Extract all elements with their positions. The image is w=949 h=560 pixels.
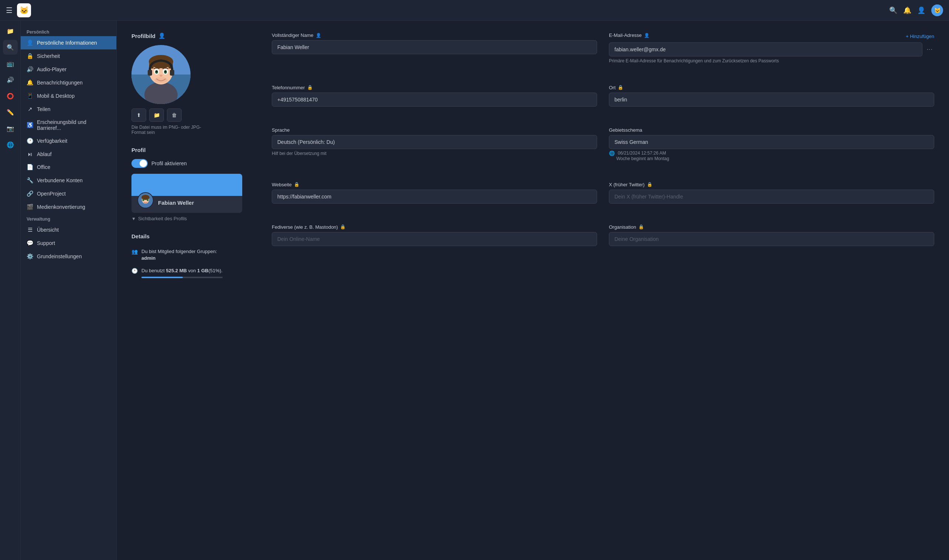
nav-item-grundeinstellungen[interactable]: ⚙️ Grundeinstellungen xyxy=(21,250,116,263)
toggle-row: Profil aktivieren xyxy=(131,159,257,168)
profile-card: Fabian Weller xyxy=(131,174,242,213)
topbar-right: 🔍 🔔 👤 🐱 xyxy=(889,5,943,16)
email-hint: Primäre E-Mail-Adresse für Benachrichtig… xyxy=(609,58,934,64)
language-label: Sprache xyxy=(272,127,597,133)
security-icon: 🔒 xyxy=(26,53,33,59)
twitter-input[interactable] xyxy=(609,189,934,204)
fediverse-input[interactable] xyxy=(272,232,597,246)
storage-bar xyxy=(142,277,223,278)
full-name-input[interactable] xyxy=(272,40,597,54)
profile-toggle[interactable] xyxy=(131,159,148,168)
twitter-field-group: X (früher Twitter) 🔒 xyxy=(609,182,934,204)
full-name-field-group: Vollständiger Name 👤 xyxy=(272,32,597,64)
visibility-row[interactable]: ▼ Sichtbarkeit des Profils xyxy=(131,213,257,224)
topbar-left: ☰ 🐱 xyxy=(6,3,31,17)
nav-item-availability[interactable]: 🕐 Verfügbarkeit xyxy=(21,134,116,148)
locale-label: Gebietsschema xyxy=(609,127,934,133)
sidebar-icon-media[interactable]: 📺 xyxy=(3,56,18,71)
website-lock-icon: 🔒 xyxy=(294,182,299,187)
phone-input[interactable] xyxy=(272,92,597,107)
timezone-row: 🌐 06/21/2024 12:57:26 AM xyxy=(609,151,934,156)
nav-item-security[interactable]: 🔒 Sicherheit xyxy=(21,49,116,63)
nav-item-audio[interactable]: 🔊 Audio-Player xyxy=(21,63,116,76)
sidebar-icon-files[interactable]: 📁 xyxy=(3,24,18,38)
nav-item-overview[interactable]: ☰ Übersicht xyxy=(21,223,116,237)
upload-image-button[interactable]: ⬆ xyxy=(131,108,146,122)
organisation-label: Organisation 🔒 xyxy=(609,224,934,230)
language-select[interactable]: Deutsch (Persönlich: Du) xyxy=(272,135,597,149)
nav-item-ablauf[interactable]: ⏯ Ablauf xyxy=(21,148,116,160)
share-icon: ↗ xyxy=(26,106,33,112)
contacts-icon[interactable]: 👤 xyxy=(917,6,925,14)
nav-item-connected-accounts[interactable]: 🔧 Verbundene Konten xyxy=(21,174,116,187)
locale-select[interactable]: Swiss German xyxy=(609,135,934,149)
nav-sidebar: Persönlich 👤 Persönliche Informationen 🔒… xyxy=(21,21,117,560)
storage-bar-container xyxy=(142,277,223,278)
nav-item-openproject[interactable]: 🔗 OpenProject xyxy=(21,187,116,200)
hamburger-button[interactable]: ☰ xyxy=(6,6,12,15)
nav-item-media-conversion[interactable]: 🎬 Medienkonvertierung xyxy=(21,200,116,214)
language-hint: Hilf bei der Übersetzung mit xyxy=(272,151,597,157)
clock-icon: 🕐 xyxy=(26,138,33,144)
toggle-knob xyxy=(140,160,147,167)
left-panel: Profilbild 👤 xyxy=(131,32,257,281)
location-input[interactable] xyxy=(609,92,934,107)
full-name-label: Vollständiger Name 👤 xyxy=(272,32,597,38)
image-actions: ⬆ 📁 🗑 xyxy=(131,108,257,122)
email-input-row: ··· xyxy=(609,42,934,57)
email-more-button[interactable]: ··· xyxy=(925,45,934,54)
gear-icon: ⚙️ xyxy=(26,253,33,260)
nav-item-mobile-desktop[interactable]: 📱 Mobil & Desktop xyxy=(21,89,116,103)
sidebar-icon-search[interactable]: 🔍 xyxy=(3,40,18,55)
user-avatar[interactable]: 🐱 xyxy=(931,5,943,16)
content-area: Profilbild 👤 xyxy=(117,21,949,560)
bell-icon: 🔔 xyxy=(26,79,33,86)
location-field-group: Ort 🔒 xyxy=(609,85,934,107)
nav-item-notifications[interactable]: 🔔 Benachrichtigungen xyxy=(21,76,116,89)
chat-icon: 💬 xyxy=(26,240,33,246)
video-icon: 🎬 xyxy=(26,204,33,210)
logo[interactable]: 🐱 xyxy=(17,3,31,17)
nav-item-personal-info[interactable]: 👤 Persönliche Informationen xyxy=(21,36,116,49)
profile-card-name: Fabian Weller xyxy=(158,200,194,206)
sidebar-icon-circle[interactable]: ⭕ xyxy=(3,89,18,103)
right-panel: Vollständiger Name 👤 E-Mail-Adresse 👤 xyxy=(272,32,934,281)
image-format-hint: Die Datei muss im PNG- oder JPG-Format s… xyxy=(131,125,213,135)
details-title: Details xyxy=(131,233,257,239)
sidebar-icon-camera[interactable]: 📷 xyxy=(3,121,18,136)
nav-section-personal: Persönlich xyxy=(21,26,116,36)
fediverse-label: Fediverse (wie z. B. Mastodon) 🔒 xyxy=(272,224,597,230)
organisation-lock-icon: 🔒 xyxy=(639,224,644,229)
svg-point-13 xyxy=(159,74,162,77)
organisation-input[interactable] xyxy=(609,232,934,246)
email-input[interactable] xyxy=(609,42,923,57)
nav-item-office[interactable]: 📄 Office xyxy=(21,160,116,174)
search-icon[interactable]: 🔍 xyxy=(889,6,897,14)
sidebar-icon-globe[interactable]: 🌐 xyxy=(3,137,18,152)
wrench-icon: 🔧 xyxy=(26,177,33,184)
phone-label: Telefonnummer 🔒 xyxy=(272,85,597,91)
fediverse-field-group: Fediverse (wie z. B. Mastodon) 🔒 xyxy=(272,224,597,246)
nav-item-appearance[interactable]: ♿ Erscheinungsbild und Barrieref... xyxy=(21,116,116,134)
website-input[interactable] xyxy=(272,189,597,204)
group-name: admin xyxy=(142,255,156,261)
week-start: Woche beginnt am Montag xyxy=(609,156,934,161)
svg-point-12 xyxy=(165,71,167,73)
folder-image-button[interactable]: 📁 xyxy=(149,108,164,122)
locale-field-group: Gebietsschema Swiss German 🌐 06/21/2024 … xyxy=(609,127,934,161)
profile-avatar xyxy=(131,45,191,104)
svg-point-20 xyxy=(142,199,144,201)
add-email-link[interactable]: + Hinzufügen xyxy=(906,34,934,39)
profile-card-avatar xyxy=(137,192,154,208)
sidebar-icon-audio[interactable]: 🔊 xyxy=(3,72,18,87)
storage-detail: 🕐 Du benutzt 525.2 MB von 1 GB(51%). xyxy=(131,265,257,281)
main-layout: 📁 🔍 📺 🔊 ⭕ ✏️ 📷 🌐 Persönlich 👤 Persönlich… xyxy=(0,21,949,560)
website-field-group: Webseite 🔒 xyxy=(272,182,597,204)
nav-item-share[interactable]: ↗ Teilen xyxy=(21,103,116,116)
sidebar-icon-edit[interactable]: ✏️ xyxy=(3,105,18,120)
storage-text: Du benutzt 525.2 MB von 1 GB(51%). xyxy=(142,268,223,278)
fediverse-lock-icon: 🔒 xyxy=(340,224,346,229)
notifications-icon[interactable]: 🔔 xyxy=(903,6,911,14)
delete-image-button[interactable]: 🗑 xyxy=(167,108,182,122)
nav-item-support[interactable]: 💬 Support xyxy=(21,237,116,250)
